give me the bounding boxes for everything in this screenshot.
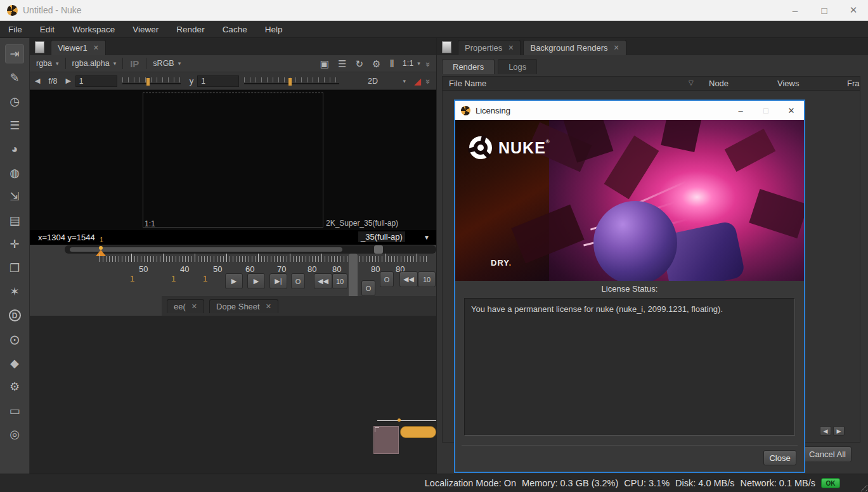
gain-slider[interactable] — [122, 76, 181, 86]
roi-gear-icon[interactable]: ⚙ — [372, 59, 380, 68]
loop-button[interactable]: O — [291, 273, 305, 289]
next-arrow-icon[interactable]: ▶ — [65, 77, 70, 84]
partial-tab-label: ee( — [174, 302, 186, 311]
ramp-icon[interactable]: ◢ — [414, 77, 421, 86]
layer-dropdown[interactable]: rgba.alpha ▾ — [68, 58, 120, 69]
dialog-close-button[interactable]: ✕ — [779, 101, 804, 120]
viewer-canvas[interactable]: 1:1 2K_Super_35(full-ap) — [30, 90, 436, 230]
gamma-slider[interactable] — [244, 76, 339, 86]
toolbar-item-filter[interactable]: ◍ — [5, 164, 24, 183]
rewind-button-glitch[interactable]: ◀◀ — [399, 271, 418, 287]
foundry-partial-text: DRY. — [491, 258, 512, 268]
loop-button-glitch[interactable]: O — [380, 271, 394, 287]
toolbar-item-deep[interactable]: D — [5, 306, 24, 325]
column-views[interactable]: Views — [777, 79, 799, 88]
license-status-box[interactable]: You have a permanent license for nuke (n… — [464, 298, 795, 436]
sort-filter-icon[interactable]: ▽ — [689, 79, 694, 86]
menu-viewer[interactable]: Viewer — [133, 25, 159, 34]
close-icon[interactable]: ✕ — [191, 302, 197, 311]
play-step-button[interactable]: ▶ — [247, 273, 265, 289]
subtab-logs[interactable]: Logs — [498, 59, 537, 74]
toolbar-item-transform[interactable]: ✛ — [5, 235, 24, 254]
toolbar-item-toolsets[interactable]: ⚙ — [5, 377, 24, 396]
toolbar-item-color[interactable]: ◕ — [5, 139, 24, 159]
toolbar-item-other[interactable]: ▭ — [5, 401, 24, 420]
monitor-out-icon[interactable]: ▣ — [320, 59, 329, 68]
prev-arrow-icon[interactable]: ◀ — [35, 77, 40, 84]
viewer1-tab-close-icon[interactable]: ✕ — [93, 44, 99, 52]
node-graph-area[interactable] — [30, 316, 436, 474]
tab-background-renders[interactable]: Background Renders ✕ — [523, 40, 626, 55]
toolbar-item-particles[interactable]: ✶ — [5, 282, 24, 301]
menu-render[interactable]: Render — [176, 25, 204, 34]
gain-input[interactable]: 1 — [75, 75, 117, 87]
column-frames[interactable]: Fra — [847, 79, 860, 88]
pane-menu-icon[interactable] — [35, 41, 44, 53]
info-caret-icon[interactable]: ▼ — [424, 234, 430, 241]
play-to-end-button[interactable]: ▶| — [269, 273, 287, 289]
scroll-left-button[interactable]: ◀ — [820, 426, 831, 436]
collapse-chevrons-icon[interactable]: » — [424, 79, 433, 82]
toolbar-item-draw[interactable]: ✎ — [5, 68, 24, 87]
frame-increment-glitch[interactable]: 10 — [418, 271, 436, 287]
maximize-button[interactable]: □ — [810, 0, 839, 20]
viewer-node[interactable] — [400, 426, 436, 438]
menu-help[interactable]: Help — [265, 25, 283, 34]
minimize-button[interactable]: – — [781, 0, 810, 20]
collapse-chevrons-icon[interactable]: » — [424, 62, 433, 65]
timeline-tick-label: 50 — [139, 264, 148, 274]
cancel-all-button[interactable]: Cancel All — [803, 446, 852, 462]
colorspace-dropdown[interactable]: sRGB ▾ — [149, 58, 185, 69]
pane-menu-icon[interactable] — [442, 41, 451, 53]
licensing-titlebar[interactable]: Licensing – □ ✕ — [455, 101, 804, 120]
toolbar-item-keyer[interactable]: ⇲ — [5, 187, 24, 206]
close-icon[interactable]: ✕ — [266, 302, 271, 311]
tab-partial[interactable]: ee( ✕ — [167, 299, 204, 313]
column-node[interactable]: Node — [709, 79, 729, 88]
tab-viewer1[interactable]: Viewer1 ✕ — [51, 40, 106, 55]
input-process-button[interactable]: IP — [130, 59, 139, 68]
view-mode-dropdown[interactable]: 2D ▾ — [364, 75, 410, 87]
toolbar-item-3d[interactable]: ❒ — [5, 259, 24, 278]
refresh-icon[interactable]: ↻ — [355, 59, 363, 68]
frame-range-handle[interactable] — [374, 245, 383, 254]
frame-range-slider[interactable] — [65, 245, 436, 254]
tab-properties[interactable]: Properties ✕ — [458, 40, 521, 55]
toolbar-item-flame[interactable]: ◎ — [5, 425, 24, 444]
toolbar-item-time[interactable]: ◷ — [5, 92, 24, 111]
dialog-minimize-button[interactable]: – — [728, 101, 753, 120]
zoom-dropdown[interactable]: 1:1 ▾ — [399, 58, 424, 69]
toolbar-item-image[interactable]: ⇥ — [5, 44, 24, 63]
gain-slider-knob[interactable] — [146, 78, 150, 86]
close-icon[interactable]: ✕ — [614, 44, 619, 52]
toolbar-item-metadata[interactable]: ◆ — [5, 354, 24, 373]
close-button[interactable]: ✕ — [839, 0, 868, 20]
menu-file[interactable]: File — [8, 25, 22, 34]
license-close-button[interactable]: Close — [763, 450, 796, 465]
frame-increment-field[interactable]: 10 — [332, 273, 347, 289]
current-frame-field[interactable]: 1 — [130, 274, 134, 283]
menu-cache[interactable]: Cache — [223, 25, 247, 34]
menu-edit[interactable]: Edit — [40, 25, 55, 34]
toolbar-item-merge[interactable]: ▤ — [5, 211, 24, 230]
stack-lines-icon[interactable]: ☰ — [338, 59, 346, 68]
close-icon[interactable]: ✕ — [508, 44, 514, 52]
loop-button-glitch[interactable]: O — [361, 280, 375, 296]
scroll-right-button[interactable]: ▶ — [833, 426, 845, 436]
gamma-slider-knob[interactable] — [288, 78, 292, 86]
toolbar-item-views[interactable]: ⊙ — [5, 330, 24, 349]
rewind-button[interactable]: ◀◀ — [314, 273, 332, 289]
play-button[interactable]: ▶ — [225, 273, 243, 289]
menu-workspace[interactable]: Workspace — [72, 25, 115, 34]
subtab-renders[interactable]: Renders — [442, 59, 495, 74]
renders-table-header: File Name ▽ Node Views Fra — [443, 77, 860, 91]
channels-dropdown[interactable]: rgba ▾ — [32, 58, 63, 69]
pause-icon[interactable]: Ⅱ — [389, 59, 394, 68]
gamma-input[interactable]: 1 — [197, 75, 239, 87]
tab-dope-sheet[interactable]: Dope Sheet ✕ — [209, 299, 278, 313]
resize-grip[interactable] — [857, 481, 867, 491]
column-file-name[interactable]: File Name — [449, 79, 486, 88]
toolbar-item-channel[interactable]: ☰ — [5, 116, 24, 135]
frame-field[interactable]: 1 — [171, 274, 176, 283]
frame-field[interactable]: 1 — [203, 274, 207, 283]
